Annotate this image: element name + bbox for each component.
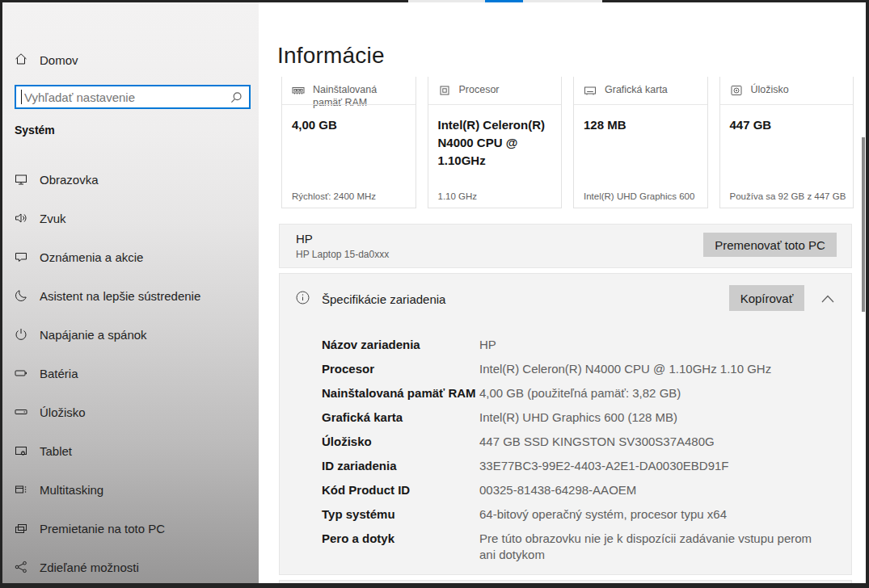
rename-pc-button[interactable]: Premenovať toto PC (703, 233, 837, 257)
spec-value: Intel(R) UHD Graphics 600 (128 MB) (479, 410, 677, 426)
card-value: 447 GB (730, 116, 847, 134)
chevron-up-icon (821, 295, 834, 303)
sound-icon (15, 212, 27, 225)
sidebar-item-tablet[interactable]: Tablet (2, 431, 259, 470)
sidebar-item-sound[interactable]: Zvuk (2, 199, 259, 237)
gpu-icon (584, 84, 597, 97)
spec-row: Procesor Intel(R) Celeron(R) N4000 CPU @… (322, 361, 833, 377)
spec-value: Pre túto obrazovku nie je k dispozícii z… (479, 531, 812, 563)
focus-assist-icon (15, 289, 27, 302)
sidebar-item-display[interactable]: Obrazovka (2, 160, 259, 199)
sidebar-item-label: Obrazovka (40, 173, 99, 187)
sidebar-item-shared-experiences[interactable]: Zdieľané možnosti (2, 548, 259, 583)
spec-label: Typ systému (322, 506, 479, 523)
page-title: Informácie (277, 43, 385, 69)
spec-label: Názov zariadenia (322, 337, 479, 353)
sidebar-item-storage[interactable]: Úložisko (2, 393, 259, 431)
spec-value: 4,00 GB (použiteľná pamäť: 3,82 GB) (479, 385, 681, 401)
search-input[interactable] (22, 90, 230, 104)
divider (720, 104, 854, 105)
divider (574, 104, 707, 105)
ram-icon (292, 84, 305, 97)
device-specifications-panel: Špecifikácie zariadenia Kopírovať Názov … (279, 273, 852, 575)
cpu-icon (438, 84, 451, 97)
spec-row: Kód Product ID 00325-81438-64298-AAOEM (322, 482, 833, 498)
device-cards: Nainštalovaná pamäť RAM 4,00 GB Rýchlosť… (281, 77, 854, 208)
sidebar-item-label: Asistent na lepšie sústredenie (40, 289, 200, 303)
device-model: HP Laptop 15-da0xxx (296, 249, 389, 260)
spec-label: Nainštalovaná pamäť RAM (322, 385, 479, 401)
card-label: Grafická karta (605, 83, 668, 97)
sidebar-item-label: Zvuk (40, 212, 66, 225)
storage-icon (15, 405, 27, 418)
sidebar-item-label: Multitasking (40, 483, 103, 497)
sidebar: Domov Systém Obrazovka Zvuk (2, 2, 259, 583)
sidebar-item-multitasking[interactable]: Multitasking (2, 470, 259, 509)
display-icon (15, 173, 27, 186)
search-box (15, 85, 251, 109)
sidebar-item-power-sleep[interactable]: Napájanie a spánok (2, 315, 259, 354)
info-icon (296, 291, 310, 308)
spec-label: Grafická karta (322, 410, 479, 426)
screen: Nastavenia Domov (0, 0, 869, 588)
card-storage: Úložisko 447 GB Používa sa 92 GB z 447 G… (719, 77, 854, 208)
main-content: Informácie Nainštalovaná pamäť RAM 4,00 … (259, 2, 866, 583)
spec-row: Nainštalovaná pamäť RAM 4,00 GB (použite… (322, 385, 833, 401)
card-processor: Procesor Intel(R) Celeron(R) N4000 CPU @… (428, 77, 563, 208)
sidebar-item-notifications[interactable]: Oznámenia a akcie (2, 237, 259, 276)
card-footer: Rýchlosť: 2400 MHz (292, 191, 376, 201)
spec-row: Pero a dotyk Pre túto obrazovku nie je k… (322, 531, 833, 563)
spec-row: ID zariadenia 33E77BC3-99E2-4403-A2E1-DA… (322, 458, 833, 474)
sidebar-section-system: Systém (15, 124, 55, 136)
sidebar-item-projecting[interactable]: Premietanie na toto PC (2, 509, 259, 548)
divider (282, 104, 416, 105)
sidebar-item-home[interactable]: Domov (15, 45, 78, 74)
card-label: Procesor (459, 83, 500, 97)
card-ram: Nainštalovaná pamäť RAM 4,00 GB Rýchlosť… (281, 77, 416, 208)
divider (428, 104, 562, 105)
card-label: Nainštalovaná pamäť RAM (313, 83, 407, 109)
spec-label: Kód Product ID (322, 482, 479, 498)
battery-icon (15, 367, 27, 380)
sidebar-item-focus-assist[interactable]: Asistent na lepšie sústredenie (2, 276, 259, 315)
power-icon (15, 328, 27, 341)
spec-value: 64-bitový operačný systém, procesor typu… (479, 506, 727, 523)
sidebar-item-label: Batéria (40, 367, 78, 380)
spec-label: Úložisko (322, 434, 479, 450)
sidebar-home-label: Domov (40, 53, 78, 67)
rename-panel: HP HP Laptop 15-da0xxx Premenovať toto P… (279, 224, 852, 268)
card-value: 4,00 GB (292, 116, 409, 134)
vertical-scrollbar[interactable] (862, 137, 865, 312)
spec-row: Typ systému 64-bitový operačný systém, p… (322, 506, 833, 523)
device-name: HP (296, 232, 313, 246)
notifications-icon (15, 250, 27, 263)
card-footer: Intel(R) UHD Graphics 600 (584, 191, 694, 201)
spec-row: Úložisko 447 GB SSD KINGSTON SV300S37A48… (322, 434, 833, 450)
collapse-button[interactable] (819, 290, 837, 308)
sidebar-item-label: Napájanie a spánok (40, 328, 147, 342)
spec-row: Grafická karta Intel(R) UHD Graphics 600… (322, 410, 833, 426)
sidebar-item-battery[interactable]: Batéria (2, 354, 259, 393)
spec-value: 447 GB SSD KINGSTON SV300S37A480G (479, 434, 715, 450)
search-icon[interactable] (230, 91, 243, 103)
sidebar-item-label: Oznámenia a akcie (40, 250, 143, 264)
spec-label: Pero a dotyk (322, 531, 479, 563)
spec-value: 33E77BC3-99E2-4403-A2E1-DA0030EBD91F (479, 458, 729, 474)
spec-row: Názov zariadenia HP (322, 337, 833, 353)
home-icon (15, 52, 27, 68)
spec-label: ID zariadenia (322, 458, 479, 474)
settings-window: Nastavenia Domov (2, 2, 866, 583)
spec-value: Intel(R) Celeron(R) N4000 CPU @ 1.10GHz … (479, 361, 771, 377)
copy-button[interactable]: Kopírovať (729, 285, 804, 311)
spec-value: 00325-81438-64298-AAOEM (479, 482, 636, 498)
sidebar-item-label: Premietanie na toto PC (40, 522, 165, 536)
card-footer: Používa sa 92 GB z 447 GB (730, 191, 846, 201)
share-icon (15, 561, 27, 573)
card-value: Intel(R) Celeron(R) N4000 CPU @ 1.10GHz (438, 116, 555, 170)
project-icon (15, 522, 27, 535)
specs-rows: Názov zariadenia HP Procesor Intel(R) Ce… (322, 337, 833, 571)
disk-icon (730, 84, 743, 97)
next-panel-edge (279, 580, 852, 583)
sidebar-item-label: Zdieľané možnosti (40, 561, 139, 574)
multitasking-icon (15, 483, 27, 496)
